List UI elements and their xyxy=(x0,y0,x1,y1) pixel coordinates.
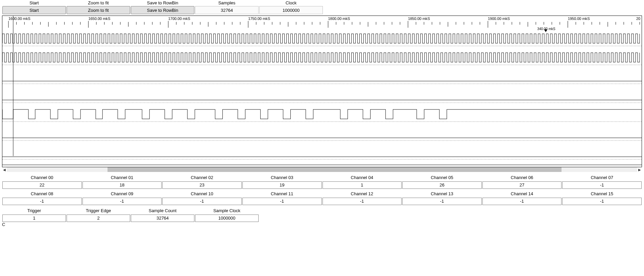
config-value-2[interactable]: 32764 xyxy=(131,215,194,222)
svg-text:1600.00 mkS: 1600.00 mkS xyxy=(8,17,30,21)
channel-value-2[interactable]: -1 xyxy=(162,198,242,205)
channel-header-5: Channel 13 xyxy=(402,190,482,198)
waveform-scrollbar[interactable]: ◀ ▶ xyxy=(2,167,642,172)
toolbar-header-clock: Clock xyxy=(259,0,323,6)
channel-header-4: Channel 04 xyxy=(322,174,402,181)
config-header-0: Trigger xyxy=(2,207,66,215)
footer-char: C xyxy=(0,222,644,227)
svg-text:1700.00 mkS: 1700.00 mkS xyxy=(168,17,190,21)
channel-header-5: Channel 05 xyxy=(402,174,482,181)
channel-header-1: Channel 09 xyxy=(82,190,162,198)
start-button[interactable]: Start xyxy=(2,6,66,14)
channel-value-6[interactable]: -1 xyxy=(482,198,562,205)
svg-text:1850.00 mkS: 1850.00 mkS xyxy=(408,17,430,21)
channel-header-0: Channel 08 xyxy=(2,190,82,198)
config-value-0[interactable]: 1 xyxy=(2,215,66,222)
channel-value-3[interactable]: 19 xyxy=(242,181,322,189)
channel-header-3: Channel 11 xyxy=(242,190,322,198)
save-button[interactable]: Save to RowBin xyxy=(131,6,194,14)
config-header-3: Sample Clock xyxy=(195,207,259,215)
channel-header-3: Channel 03 xyxy=(242,174,322,181)
scrollbar-track[interactable] xyxy=(7,167,637,172)
channel-header-2: Channel 10 xyxy=(162,190,242,198)
toolbar-header-start: Start xyxy=(2,0,66,6)
svg-text:1950.00 mkS: 1950.00 mkS xyxy=(568,17,590,21)
zoom-button[interactable]: Zoom to fit xyxy=(67,6,130,14)
channel-header-0: Channel 00 xyxy=(2,174,82,181)
channel-header-6: Channel 06 xyxy=(482,174,562,181)
channel-value-5[interactable]: -1 xyxy=(402,198,482,205)
channel-header-1: Channel 01 xyxy=(82,174,162,181)
toolbar-header-samples: Samples xyxy=(195,0,259,6)
svg-text:20: 20 xyxy=(636,17,640,21)
channel-value-7[interactable]: -1 xyxy=(562,181,642,189)
channel-value-1[interactable]: 18 xyxy=(82,181,162,189)
channel-value-7[interactable]: -1 xyxy=(562,198,642,205)
clock-input[interactable]: 1000000 xyxy=(259,6,323,14)
samples-input[interactable]: 32764 xyxy=(195,6,259,14)
scroll-left-icon[interactable]: ◀ xyxy=(2,167,7,172)
toolbar-header-save: Save to RowBin xyxy=(130,0,195,6)
config-header-2: Sample Count xyxy=(130,207,195,215)
channel-value-6[interactable]: 27 xyxy=(482,181,562,189)
scroll-right-icon[interactable]: ▶ xyxy=(637,167,642,172)
channel-value-1[interactable]: -1 xyxy=(82,198,162,205)
config-header-1: Trigger Edge xyxy=(66,207,130,215)
channel-value-2[interactable]: 23 xyxy=(162,181,242,189)
svg-text:1800.00 mkS: 1800.00 mkS xyxy=(328,17,350,21)
config-value-1[interactable]: 2 xyxy=(67,215,130,222)
channel-header-4: Channel 12 xyxy=(322,190,402,198)
config-value-3[interactable]: 1000000 xyxy=(195,215,259,222)
channel-header-6: Channel 14 xyxy=(482,190,562,198)
channel-header-7: Channel 07 xyxy=(562,174,642,181)
svg-text:1900.00 mkS: 1900.00 mkS xyxy=(488,17,510,21)
channel-value-0[interactable]: 22 xyxy=(2,181,82,189)
channel-value-5[interactable]: 26 xyxy=(402,181,482,189)
channel-value-4[interactable]: 1 xyxy=(323,181,402,189)
toolbar-header-zoom: Zoom to fit xyxy=(66,0,130,6)
channel-header-2: Channel 02 xyxy=(162,174,242,181)
svg-text:1750.00 mkS: 1750.00 mkS xyxy=(248,17,270,21)
channel-value-3[interactable]: -1 xyxy=(242,198,322,205)
channel-header-7: Channel 15 xyxy=(562,190,642,198)
scrollbar-thumb[interactable] xyxy=(108,167,562,172)
channel-value-4[interactable]: -1 xyxy=(323,198,402,205)
waveform-viewport[interactable]: 1600.00 mkS1650.00 mkS1700.00 mkS1750.00… xyxy=(2,16,642,167)
channel-value-0[interactable]: -1 xyxy=(2,198,82,205)
svg-text:1650.00 mkS: 1650.00 mkS xyxy=(88,17,110,21)
